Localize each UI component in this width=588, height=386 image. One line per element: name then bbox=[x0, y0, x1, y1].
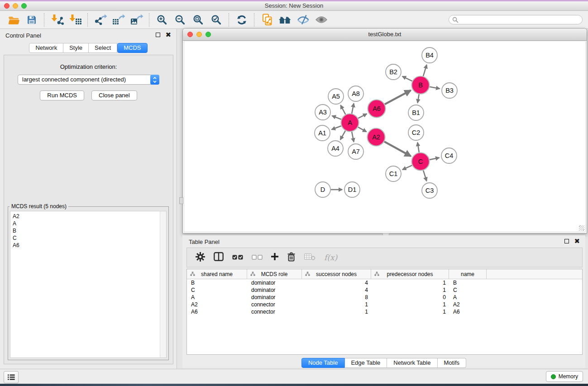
columns-button[interactable] bbox=[214, 252, 224, 263]
show-all-icon bbox=[316, 16, 327, 24]
table-row[interactable]: A2connector11A2 bbox=[187, 301, 582, 308]
edge-B-B4[interactable] bbox=[423, 65, 427, 76]
import-table-button[interactable] bbox=[66, 12, 84, 28]
float-table-panel-icon[interactable] bbox=[564, 239, 569, 243]
edge-A-A1[interactable] bbox=[332, 126, 341, 129]
edge-C-C4[interactable] bbox=[430, 157, 439, 159]
table-cell: 8 bbox=[302, 294, 371, 301]
maximize-network-window-button[interactable] bbox=[206, 32, 211, 37]
panel-menu-button[interactable] bbox=[4, 371, 19, 383]
new-network-from-selection-button[interactable] bbox=[258, 12, 276, 28]
save-session-button[interactable] bbox=[23, 12, 41, 28]
table-row[interactable]: Adominator80A bbox=[187, 294, 582, 301]
edge-C-C3[interactable] bbox=[423, 171, 426, 181]
table-cell: A6 bbox=[449, 308, 487, 315]
select-all-button[interactable] bbox=[232, 253, 243, 262]
export-table-button[interactable] bbox=[110, 12, 128, 28]
result-list-scrollbar[interactable] bbox=[160, 211, 166, 357]
column-header-empty bbox=[487, 269, 582, 279]
edge-B-B3[interactable] bbox=[430, 87, 440, 89]
tab-node-table[interactable]: Node Table bbox=[301, 358, 345, 368]
function-builder-button[interactable]: f(x) bbox=[324, 253, 337, 262]
open-file-button[interactable] bbox=[5, 12, 23, 28]
edge-B-B1[interactable] bbox=[418, 94, 419, 103]
network-window-titlebar[interactable]: testGlobe.txt bbox=[183, 29, 587, 41]
mcds-result-item[interactable]: A6 bbox=[13, 242, 166, 249]
memory-button[interactable]: Memory bbox=[546, 371, 583, 382]
tab-style[interactable]: Style bbox=[63, 43, 89, 53]
tab-motifs[interactable]: Motifs bbox=[437, 358, 466, 368]
zoom-fit-button[interactable] bbox=[189, 12, 207, 28]
column-header-successor-nodes[interactable]: successor nodes bbox=[302, 269, 371, 279]
edge-A-A5[interactable] bbox=[340, 105, 345, 114]
deselect-all-button[interactable] bbox=[252, 253, 263, 262]
tab-network[interactable]: Network bbox=[29, 43, 63, 53]
table-header-row: shared nameMCDS rolesuccessor nodesprede… bbox=[187, 269, 582, 279]
zoom-in-button[interactable] bbox=[153, 12, 171, 28]
edge-A-A4[interactable] bbox=[340, 131, 345, 140]
export-image-button[interactable] bbox=[128, 12, 146, 28]
first-neighbors-icon bbox=[278, 15, 292, 25]
vertical-splitter-handle[interactable] bbox=[179, 197, 183, 204]
column-header-name[interactable]: name bbox=[449, 269, 487, 279]
close-table-panel-icon[interactable]: ✖ bbox=[574, 239, 580, 243]
delete-table-button[interactable] bbox=[304, 253, 316, 262]
table-row[interactable]: A6connector11A6 bbox=[187, 308, 582, 315]
column-header-predecessor-nodes[interactable]: predecessor nodes bbox=[371, 269, 449, 279]
network-graph[interactable]: B4B2BB3A5A8A6B1A3AC2A1A2A4A7CC4C1C3DD1 bbox=[184, 41, 586, 233]
edge-C-C2[interactable] bbox=[417, 143, 419, 152]
zoom-out-button[interactable] bbox=[171, 12, 189, 28]
settings-gear-button[interactable] bbox=[196, 252, 205, 263]
edge-A-A3[interactable] bbox=[332, 116, 341, 119]
tab-edge-table[interactable]: Edge Table bbox=[344, 358, 387, 368]
tab-mcds[interactable]: MCDS bbox=[117, 43, 147, 53]
search-input[interactable] bbox=[449, 15, 583, 24]
table-cell: 4 bbox=[302, 286, 371, 294]
edge-A-A6[interactable] bbox=[358, 114, 367, 118]
mcds-result-item[interactable]: B bbox=[13, 227, 166, 234]
resize-grip-icon[interactable] bbox=[579, 225, 584, 231]
first-neighbors-button[interactable] bbox=[276, 12, 294, 28]
mcds-tab-content: Optimization criterion: largest connecte… bbox=[4, 55, 173, 364]
node-label-A6: A6 bbox=[373, 105, 381, 112]
mcds-result-list[interactable]: A2ABCA6 bbox=[10, 211, 167, 358]
show-all-button[interactable] bbox=[312, 12, 330, 28]
column-header-MCDS-role[interactable]: MCDS role bbox=[247, 269, 302, 279]
edge-B-B2[interactable] bbox=[402, 76, 412, 81]
refresh-button[interactable] bbox=[233, 12, 251, 28]
maximize-window-button[interactable] bbox=[21, 3, 27, 9]
import-network-button[interactable] bbox=[48, 12, 66, 28]
minimize-network-window-button[interactable] bbox=[196, 32, 202, 37]
table-row[interactable]: Cdominator41C bbox=[187, 286, 582, 294]
mcds-result-item[interactable]: A bbox=[13, 220, 166, 227]
app-titlebar: Session: New Session bbox=[0, 1, 588, 11]
network-canvas[interactable]: B4B2BB3A5A8A6B1A3AC2A1A2A4A7CC4C1C3DD1 bbox=[184, 41, 586, 232]
close-window-button[interactable] bbox=[4, 3, 10, 9]
float-panel-icon[interactable] bbox=[156, 33, 160, 37]
export-network-button[interactable] bbox=[91, 12, 110, 28]
hide-selected-button[interactable] bbox=[294, 12, 312, 28]
close-panel-icon[interactable]: ✖ bbox=[165, 33, 171, 37]
zoom-selected-button[interactable] bbox=[207, 12, 225, 28]
edge-A-A7[interactable] bbox=[352, 132, 354, 142]
tab-select[interactable]: Select bbox=[89, 43, 117, 53]
add-column-button[interactable] bbox=[271, 253, 278, 262]
tab-network-table[interactable]: Network Table bbox=[387, 358, 437, 368]
criterion-select[interactable]: largest connected component (directed) bbox=[18, 75, 159, 85]
table-row[interactable]: Bdominator41B bbox=[187, 279, 582, 286]
delete-button[interactable] bbox=[287, 252, 296, 263]
node-label-C4: C4 bbox=[445, 152, 454, 159]
mcds-result-item[interactable]: A2 bbox=[13, 213, 166, 220]
zoom-in-icon bbox=[157, 14, 167, 25]
close-panel-button[interactable]: Close panel bbox=[91, 91, 137, 100]
edge-A-A8[interactable] bbox=[352, 104, 354, 114]
run-mcds-button[interactable]: Run MCDS bbox=[40, 91, 84, 100]
mcds-result-item[interactable]: C bbox=[13, 234, 166, 242]
edge-A2-C[interactable] bbox=[384, 142, 411, 156]
edge-A-A2[interactable] bbox=[358, 127, 367, 132]
close-network-window-button[interactable] bbox=[187, 32, 193, 37]
minimize-window-button[interactable] bbox=[13, 3, 18, 9]
edge-A6-B[interactable] bbox=[385, 91, 411, 105]
edge-C-C1[interactable] bbox=[402, 165, 412, 170]
column-header-shared-name[interactable]: shared name bbox=[187, 269, 247, 279]
